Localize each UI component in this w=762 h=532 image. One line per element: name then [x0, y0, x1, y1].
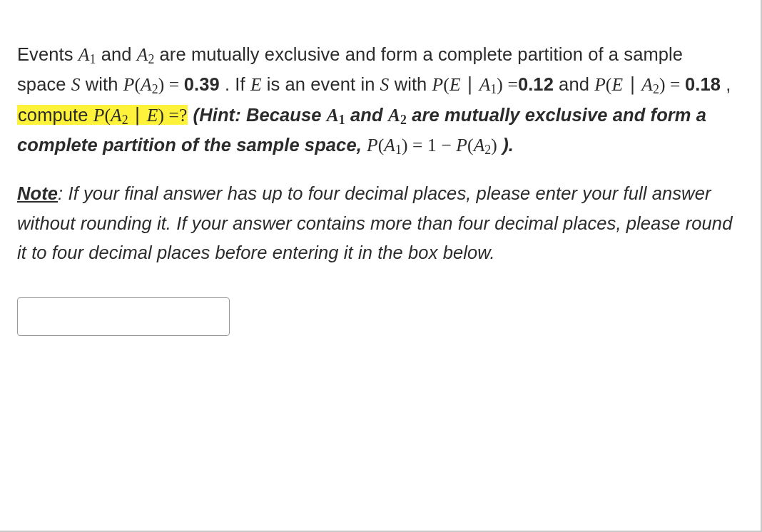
value-PEA2: 0.18 — [685, 74, 721, 94]
text: compute — [18, 105, 93, 125]
math-eq: = — [164, 105, 179, 126]
math-minus: − — [437, 135, 456, 155]
math-sub: 1 — [395, 143, 402, 158]
text: is an event in — [262, 74, 380, 94]
hint-text: (Hint: Because — [188, 105, 326, 125]
math-S: S — [380, 74, 390, 95]
math-A: A — [474, 135, 485, 155]
math-P: P — [432, 74, 444, 95]
math-eq: = — [666, 74, 685, 95]
math-sub: 2 — [122, 113, 128, 127]
math-P: P — [93, 105, 105, 126]
math-bar: ∣ — [623, 74, 641, 95]
math-eq: = — [503, 74, 518, 95]
text: . If — [220, 74, 250, 94]
math-A: A — [111, 105, 122, 126]
question-canvas: Events A1 and A2 are mutually exclusive … — [0, 0, 762, 532]
math-sub: 2 — [484, 143, 491, 158]
value-PA2: 0.39 — [184, 74, 220, 94]
math-paren: ) — [659, 74, 666, 95]
text: with — [389, 74, 432, 94]
note-colon: : — [58, 183, 68, 203]
math-A1-sub: 1 — [339, 113, 345, 127]
math-paren: ) — [491, 135, 497, 155]
text: and — [554, 74, 594, 94]
answer-input[interactable] — [17, 297, 230, 336]
math-P: P — [123, 74, 135, 95]
math-E: E — [250, 74, 262, 95]
note-label: Note — [17, 183, 58, 203]
math-paren: ) — [497, 74, 503, 95]
highlighted-target: compute P(A2 ∣ E) =? — [17, 105, 188, 125]
hint-text: and — [345, 105, 388, 125]
math-E: E — [147, 105, 158, 126]
math-bar: ∣ — [128, 105, 147, 126]
math-E: E — [611, 74, 623, 95]
answer-area — [17, 297, 735, 336]
math-sub: 1 — [490, 83, 497, 97]
math-A: A — [384, 135, 395, 155]
math-paren: ( — [104, 105, 111, 126]
note-body: If your final answer has up to four deci… — [17, 183, 732, 262]
text: Events — [17, 44, 78, 64]
math-A1: A — [327, 105, 339, 126]
math-paren: ( — [443, 74, 449, 95]
math-bar: ∣ — [461, 74, 479, 95]
math-A2: A — [388, 105, 400, 126]
math-paren: ( — [467, 135, 474, 155]
math-P: P — [594, 74, 606, 95]
math-qmark: ? — [179, 105, 187, 126]
text: and — [96, 44, 136, 64]
text: , — [721, 74, 731, 94]
math-P: P — [456, 135, 467, 155]
math-paren: ) — [402, 135, 408, 155]
math-A: A — [141, 74, 152, 95]
math-A2: A — [137, 44, 148, 65]
math-sub: 2 — [152, 83, 158, 97]
math-paren: ( — [134, 74, 141, 95]
math-A2-sub: 2 — [400, 113, 407, 127]
math-A: A — [641, 74, 653, 95]
math-eq: = — [164, 74, 183, 95]
math-E: E — [449, 74, 461, 95]
math-paren: ) — [158, 105, 164, 126]
note-block: Note: If your final answer has up to fou… — [17, 179, 735, 267]
math-S: S — [71, 74, 81, 95]
math-P: P — [367, 135, 378, 155]
math-sub: 2 — [653, 83, 659, 97]
math-one: 1 — [427, 135, 437, 155]
hint-text: ). — [497, 135, 514, 155]
value-PEA1: 0.12 — [518, 74, 554, 94]
math-eq: = — [408, 135, 427, 155]
math-A1: A — [78, 44, 90, 65]
problem-statement: Events A1 and A2 are mutually exclusive … — [17, 40, 735, 160]
math-A: A — [479, 74, 491, 95]
text: with — [81, 74, 123, 94]
